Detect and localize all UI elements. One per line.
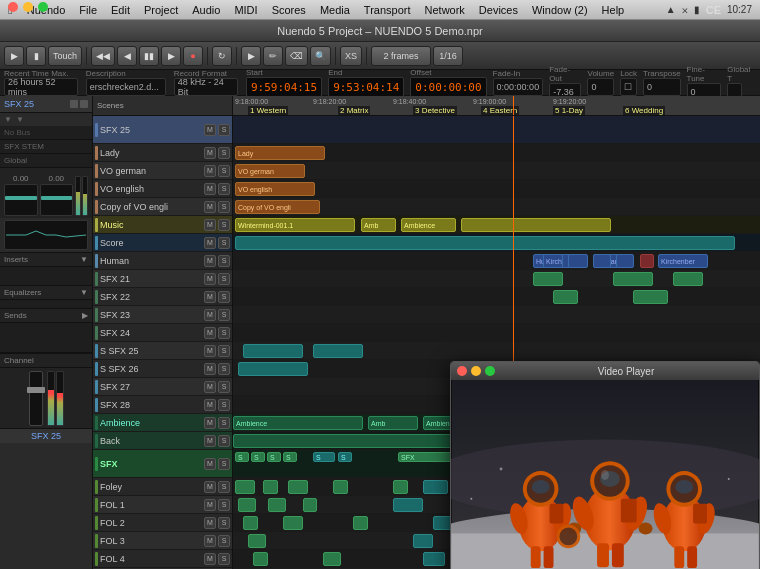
clip-sfx21-3[interactable] bbox=[673, 272, 703, 286]
clip-ambience-2[interactable]: Amb bbox=[368, 416, 418, 430]
clip-red-1[interactable] bbox=[640, 254, 654, 268]
clip-kirchenber-4[interactable] bbox=[616, 254, 634, 268]
track-mute-sfx27[interactable]: M bbox=[204, 381, 216, 393]
clip-music-long[interactable] bbox=[461, 218, 611, 232]
track-mute-sfx28[interactable]: M bbox=[204, 399, 216, 411]
end-timecode[interactable]: 9:53:04:14 bbox=[328, 77, 404, 97]
fader-1[interactable] bbox=[4, 184, 38, 216]
clip-fol3-2[interactable] bbox=[413, 534, 433, 548]
tool-btn-1[interactable]: ▶ bbox=[4, 46, 24, 66]
clip-fol4-2[interactable] bbox=[323, 552, 341, 566]
rewind-btn[interactable]: ◀◀ bbox=[91, 46, 115, 66]
clip-fol3-1[interactable] bbox=[248, 534, 266, 548]
track-mute-copy-vo[interactable]: M bbox=[204, 201, 216, 213]
clip-ambience[interactable]: Ambience bbox=[401, 218, 456, 232]
menu-edit[interactable]: Edit bbox=[111, 4, 130, 16]
touch-btn[interactable]: Touch bbox=[48, 46, 82, 66]
track-solo-human[interactable]: S bbox=[218, 255, 230, 267]
volume-value[interactable]: 0 bbox=[587, 78, 614, 96]
clip-foley-5[interactable] bbox=[393, 480, 408, 494]
track-mute-sfx-main[interactable]: M bbox=[204, 458, 216, 470]
menu-devices[interactable]: Devices bbox=[479, 4, 518, 16]
menu-window[interactable]: Window (2) bbox=[532, 4, 588, 16]
arrange-view[interactable]: Lady VO german VO english Copy of VO eng… bbox=[233, 116, 760, 569]
zoom-btn[interactable]: 🔍 bbox=[310, 46, 331, 66]
sends-section[interactable]: Sends ▶ bbox=[0, 308, 92, 323]
channel-section[interactable]: Channel bbox=[0, 353, 92, 368]
clip-sfx-sfx1[interactable]: SFX bbox=[398, 452, 458, 462]
track-solo-music[interactable]: S bbox=[218, 219, 230, 231]
track-solo-fol3[interactable]: S bbox=[218, 535, 230, 547]
clip-fol1-1[interactable] bbox=[238, 498, 256, 512]
menu-audio[interactable]: Audio bbox=[192, 4, 220, 16]
clip-score-main[interactable] bbox=[235, 236, 735, 250]
clip-fol2-1[interactable] bbox=[243, 516, 258, 530]
clip-kirchenber-5[interactable]: Kirchenber bbox=[658, 254, 708, 268]
menu-transport[interactable]: Transport bbox=[364, 4, 411, 16]
start-timecode[interactable]: 9:59:04:15 bbox=[246, 77, 322, 97]
clip-fol1-2[interactable] bbox=[268, 498, 286, 512]
clip-sfx-t1[interactable]: S bbox=[313, 452, 335, 462]
track-mute-back[interactable]: M bbox=[204, 435, 216, 447]
clip-sfx21-1[interactable] bbox=[533, 272, 563, 286]
play-btn[interactable]: ▶ bbox=[161, 46, 181, 66]
track-solo-sfx22[interactable]: S bbox=[218, 291, 230, 303]
stop-btn[interactable]: ▮▮ bbox=[139, 46, 159, 66]
track-mute-s-sfx26[interactable]: M bbox=[204, 363, 216, 375]
clip-foley-6[interactable] bbox=[423, 480, 448, 494]
track-mute-lady[interactable]: M bbox=[204, 147, 216, 159]
quantize-btn[interactable]: 1/16 bbox=[433, 46, 463, 66]
video-maximize-btn[interactable] bbox=[485, 366, 495, 376]
output-routing[interactable]: ▼ bbox=[16, 115, 24, 124]
clip-fol4-1[interactable] bbox=[253, 552, 268, 566]
clip-fol2-3[interactable] bbox=[353, 516, 368, 530]
clip-s-sfx25-1[interactable] bbox=[243, 344, 303, 358]
track-solo-vo-german[interactable]: S bbox=[218, 165, 230, 177]
menu-help[interactable]: Help bbox=[602, 4, 625, 16]
lock-value[interactable]: ☐ bbox=[620, 78, 637, 96]
menu-file[interactable]: File bbox=[79, 4, 97, 16]
video-close-btn[interactable] bbox=[457, 366, 467, 376]
clip-vo-english[interactable]: VO english bbox=[235, 182, 315, 196]
clip-sfx21-2[interactable] bbox=[613, 272, 653, 286]
clip-wintermind[interactable]: Wintermind-001.1 bbox=[235, 218, 355, 232]
track-solo-fol2[interactable]: S bbox=[218, 517, 230, 529]
clip-copy-vo[interactable]: Copy of VO engli bbox=[235, 200, 320, 214]
clip-kirchenber-3[interactable] bbox=[593, 254, 611, 268]
clip-ambience-1[interactable]: Ambience bbox=[233, 416, 363, 430]
track-mute-human[interactable]: M bbox=[204, 255, 216, 267]
clip-foley-1[interactable] bbox=[235, 480, 255, 494]
loop-btn[interactable]: ↻ bbox=[212, 46, 232, 66]
track-mute-fol1[interactable]: M bbox=[204, 499, 216, 511]
track-mute-music[interactable]: M bbox=[204, 219, 216, 231]
track-mute-fol3[interactable]: M bbox=[204, 535, 216, 547]
offset-timecode[interactable]: 0:00:00:00 bbox=[410, 77, 486, 97]
clip-fol2-2[interactable] bbox=[283, 516, 303, 530]
track-mute-sfx24[interactable]: M bbox=[204, 327, 216, 339]
clip-fol1-4[interactable] bbox=[393, 498, 423, 512]
equalizers-section[interactable]: Equalizers ▼ bbox=[0, 285, 92, 300]
track-solo-sfx27[interactable]: S bbox=[218, 381, 230, 393]
track-solo-vo-english[interactable]: S bbox=[218, 183, 230, 195]
track-mute-sfx25[interactable]: M bbox=[204, 124, 216, 136]
track-solo-sfx-main[interactable]: S bbox=[218, 458, 230, 470]
track-solo-sfx24[interactable]: S bbox=[218, 327, 230, 339]
record-btn[interactable]: ● bbox=[183, 46, 203, 66]
track-solo-sfx23[interactable]: S bbox=[218, 309, 230, 321]
track-mute-s-sfx25[interactable]: M bbox=[204, 345, 216, 357]
clip-sfx-s3[interactable]: S bbox=[267, 452, 281, 462]
frames-btn[interactable]: 2 frames bbox=[371, 46, 431, 66]
track-solo-fol1[interactable]: S bbox=[218, 499, 230, 511]
fadein-value[interactable]: 0:00:00:00 bbox=[493, 78, 544, 96]
video-player-window[interactable]: Video Player bbox=[450, 361, 760, 569]
track-solo-foley[interactable]: S bbox=[218, 481, 230, 493]
minimize-button[interactable] bbox=[23, 2, 33, 12]
track-solo-s-sfx25[interactable]: S bbox=[218, 345, 230, 357]
maximize-button[interactable] bbox=[38, 2, 48, 12]
erase-btn[interactable]: ⌫ bbox=[285, 46, 308, 66]
clip-sfx-s4[interactable]: S bbox=[283, 452, 297, 462]
track-mute-foley[interactable]: M bbox=[204, 481, 216, 493]
transpose-value[interactable]: 0 bbox=[643, 78, 681, 96]
channel-btn-e[interactable] bbox=[70, 100, 78, 108]
menu-network[interactable]: Network bbox=[425, 4, 465, 16]
